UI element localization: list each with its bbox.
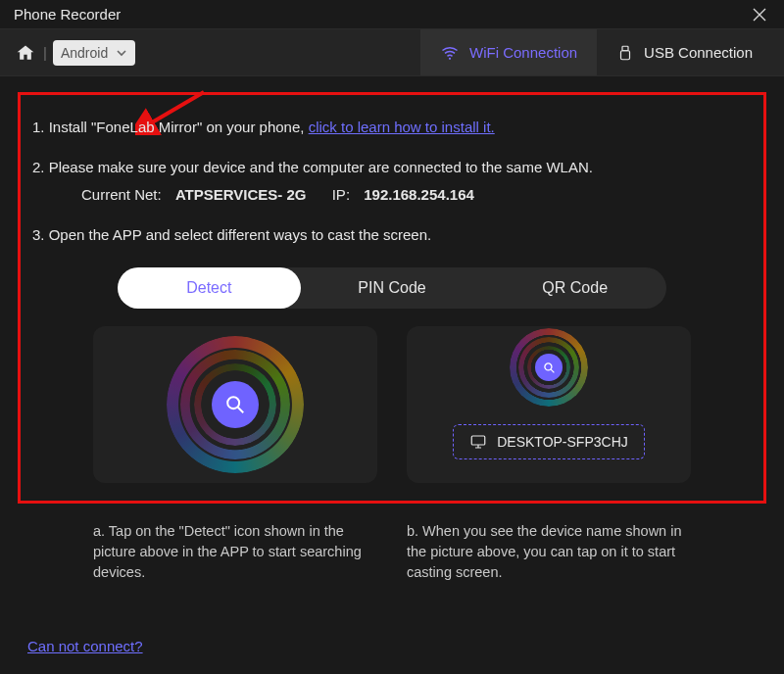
tab-qr-code[interactable]: QR Code bbox=[483, 267, 666, 309]
step-2-text: 2. Please make sure your device and the … bbox=[32, 159, 593, 175]
monitor-icon bbox=[469, 433, 487, 451]
network-info: Current Net: ATPSERVICES- 2G IP: 192.168… bbox=[81, 184, 754, 207]
device-name: DESKTOP-SFP3CHJ bbox=[497, 434, 628, 450]
ip-value: 192.168.254.164 bbox=[364, 184, 474, 207]
connection-tabs: WiFi Connection USB Connection bbox=[420, 29, 772, 75]
cannot-connect-link[interactable]: Can not connect? bbox=[27, 638, 143, 654]
install-help-link[interactable]: click to learn how to install it. bbox=[309, 119, 495, 135]
svg-point-4 bbox=[544, 362, 551, 369]
step-2: 2. Please make sure your device and the … bbox=[32, 157, 754, 207]
tab-usb-label: USB Connection bbox=[644, 44, 753, 61]
device-radar-graphic bbox=[510, 328, 588, 407]
platform-label: Android bbox=[61, 45, 108, 61]
ip-label: IP: bbox=[332, 184, 350, 207]
device-chip[interactable]: DESKTOP-SFP3CHJ bbox=[453, 424, 645, 459]
panel-device-illustration: DESKTOP-SFP3CHJ bbox=[407, 326, 691, 483]
caption-b: b. When you see the device name shown in… bbox=[407, 521, 691, 583]
caption-a: a. Tap on the "Detect" icon shown in the… bbox=[93, 521, 377, 583]
platform-select[interactable]: Android bbox=[53, 40, 135, 66]
window-title: Phone Recorder bbox=[14, 6, 745, 23]
tab-wifi-label: WiFi Connection bbox=[469, 44, 577, 61]
current-net-label: Current Net: bbox=[81, 184, 162, 207]
detect-radar-graphic bbox=[167, 336, 304, 473]
search-icon bbox=[212, 381, 259, 428]
tab-detect-label: Detect bbox=[186, 279, 231, 297]
svg-point-0 bbox=[449, 57, 451, 59]
step-3: 3. Open the APP and select different way… bbox=[32, 224, 754, 247]
svg-rect-1 bbox=[622, 46, 628, 51]
home-icon bbox=[16, 43, 35, 63]
cast-method-tabs: Detect PIN Code QR Code bbox=[118, 267, 666, 309]
step-3-text: 3. Open the APP and select different way… bbox=[32, 226, 431, 243]
illustration-panels: DESKTOP-SFP3CHJ bbox=[30, 326, 754, 483]
tab-wifi-connection[interactable]: WiFi Connection bbox=[420, 29, 597, 75]
current-net-value: ATPSERVICES- 2G bbox=[175, 184, 307, 207]
svg-rect-2 bbox=[621, 50, 630, 59]
wifi-icon bbox=[440, 43, 460, 63]
tab-usb-connection[interactable]: USB Connection bbox=[597, 29, 772, 75]
step-1: 1. Install "FoneLab Mirror" on your phon… bbox=[32, 117, 754, 139]
tab-pin-code[interactable]: PIN Code bbox=[301, 267, 484, 309]
tab-pin-label: PIN Code bbox=[358, 279, 425, 297]
instructions-box: 1. Install "FoneLab Mirror" on your phon… bbox=[18, 92, 766, 504]
chevron-down-icon bbox=[116, 47, 127, 59]
close-button[interactable] bbox=[745, 0, 774, 29]
panel-detect-illustration bbox=[93, 326, 377, 483]
usb-icon bbox=[616, 44, 634, 62]
svg-rect-5 bbox=[471, 436, 485, 445]
main-content: 1. Install "FoneLab Mirror" on your phon… bbox=[0, 76, 784, 583]
svg-point-3 bbox=[227, 397, 239, 409]
tab-qr-label: QR Code bbox=[542, 279, 608, 297]
toolbar: | Android WiFi Connection USB Connection bbox=[0, 29, 784, 76]
search-icon bbox=[535, 354, 563, 381]
step-1-text: 1. Install "FoneLab Mirror" on your phon… bbox=[32, 119, 309, 135]
home-button[interactable] bbox=[12, 39, 39, 67]
tab-detect[interactable]: Detect bbox=[118, 267, 301, 309]
separator: | bbox=[43, 44, 47, 61]
captions: a. Tap on the "Detect" icon shown in the… bbox=[18, 521, 766, 583]
titlebar: Phone Recorder bbox=[0, 0, 784, 29]
close-icon bbox=[753, 8, 766, 22]
